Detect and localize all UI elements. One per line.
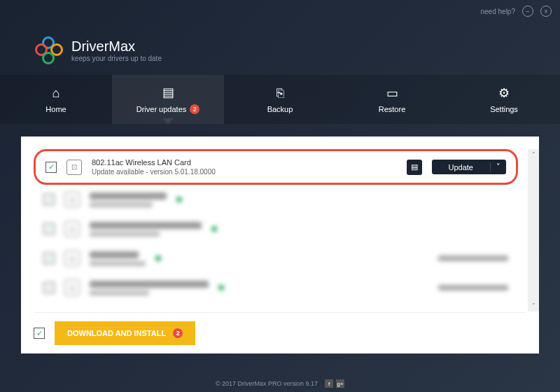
download-install-button[interactable]: DOWNLOAD AND INSTALL 2 xyxy=(55,321,195,345)
driver-row-blurred: ✓ ⊡ xyxy=(34,244,518,273)
scroll-up-button[interactable]: ˄ xyxy=(528,149,539,160)
google-plus-icon[interactable]: g+ xyxy=(336,379,344,388)
footer: © 2017 DriverMax PRO version 9.17 f g+ xyxy=(0,379,560,388)
driver-row-highlighted: ✓ ⊡ 802.11ac Wireless LAN Card Update av… xyxy=(34,149,518,185)
app-logo xyxy=(35,36,63,64)
driver-status: Update available - version 5.01.18.0000 xyxy=(92,168,397,176)
nav-home[interactable]: ⌂ Home xyxy=(0,75,112,124)
scrollbar[interactable]: ˄ ˅ xyxy=(528,149,539,312)
home-icon: ⌂ xyxy=(52,86,60,101)
driver-row-blurred: ✓ ⊡ xyxy=(34,273,518,302)
nav-settings[interactable]: ⚙ Settings xyxy=(448,75,560,124)
updates-icon: ▤ xyxy=(162,85,174,100)
scroll-down-button[interactable]: ˅ xyxy=(528,300,539,312)
update-dropdown[interactable]: ˅ xyxy=(490,162,506,172)
network-card-icon: ⊡ xyxy=(66,160,82,175)
minimize-button[interactable]: − xyxy=(522,6,533,17)
driver-row-blurred: ✓ ⊡ xyxy=(34,185,518,214)
update-button[interactable]: Update˅ xyxy=(432,160,506,174)
backup-icon: ⎘ xyxy=(276,86,284,101)
help-link[interactable]: need help? xyxy=(481,8,516,15)
nav-backup[interactable]: ⎘ Backup xyxy=(224,75,336,124)
driver-name: 802.11ac Wireless LAN Card xyxy=(92,158,397,167)
nav-driver-updates[interactable]: ▤ Driver updates2 xyxy=(112,75,224,124)
main-nav: ⌂ Home ▤ Driver updates2 ⎘ Backup ▭ Rest… xyxy=(0,75,560,124)
app-header: DriverMax keeps your drivers up to date xyxy=(0,22,560,75)
app-tagline: keeps your drivers up to date xyxy=(71,55,162,62)
restore-icon: ▭ xyxy=(386,85,398,101)
app-title: DriverMax xyxy=(71,38,162,55)
close-button[interactable]: × xyxy=(540,6,552,17)
nav-restore[interactable]: ▭ Restore xyxy=(336,75,448,124)
content-panel: ✓ ⊡ 802.11ac Wireless LAN Card Update av… xyxy=(21,136,539,354)
gear-icon: ⚙ xyxy=(498,85,510,101)
driver-row-blurred: ✓ ⊡ xyxy=(34,214,518,244)
driver-checkbox[interactable]: ✓ xyxy=(46,162,57,173)
select-all-checkbox[interactable]: ✓ xyxy=(34,328,45,339)
download-badge: 2 xyxy=(173,328,183,338)
updates-badge: 2 xyxy=(190,104,200,114)
facebook-icon[interactable]: f xyxy=(325,379,333,388)
copyright-text: © 2017 DriverMax PRO version 9.17 xyxy=(216,380,318,387)
driver-info-button[interactable]: ▤ xyxy=(407,160,422,175)
